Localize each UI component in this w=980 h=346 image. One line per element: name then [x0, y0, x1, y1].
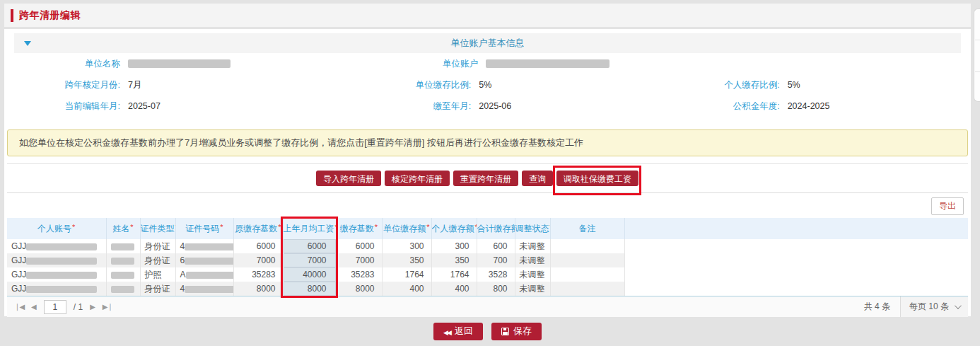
col-original-base: 原缴存基数*: [233, 218, 283, 239]
table-row: GJJ身份证6700070007000350350700未调整: [7, 253, 968, 267]
field-label: 当前编辑年月:: [14, 100, 120, 113]
field-label: 缴至年月:: [329, 100, 471, 113]
field-value: 7月: [128, 79, 141, 91]
field-value: 2024-2025: [788, 101, 830, 111]
save-floppy-icon: [501, 328, 509, 335]
cell-id-number: 6: [175, 253, 233, 267]
main-card: 单位账户基本信息 单位名称 单位账户 跨年核定月份: 7月 单位缴存比例: 5%…: [4, 29, 971, 316]
page-number-input[interactable]: [44, 300, 66, 314]
cell-name: [106, 267, 140, 282]
col-id-type: 证件类型*: [140, 218, 175, 239]
export-button[interactable]: 导出: [931, 197, 964, 215]
cell-original-base: 8000: [233, 282, 283, 296]
field-label: 单位账户: [337, 58, 478, 70]
cell-name: [106, 239, 140, 253]
cell-deposit-base: 6000: [336, 239, 382, 253]
back-button[interactable]: 返回: [433, 323, 483, 340]
last-page-icon[interactable]: [103, 304, 112, 311]
col-id-number: 证件号码*: [175, 218, 233, 239]
right-edge-widget[interactable]: [974, 8, 980, 102]
cell-adjust-status: 未调整: [515, 282, 550, 296]
cell-last-year-avg-wage-input[interactable]: 6000: [283, 239, 336, 253]
cell-total-amount: 3528: [477, 267, 515, 282]
redacted-value: [111, 243, 134, 250]
cell-last-year-avg-wage-input[interactable]: 40000: [283, 267, 336, 282]
cell-unit-amount: 1764: [382, 267, 431, 282]
cell-original-base: 6000: [233, 239, 283, 253]
cell-deposit-base: 8000: [336, 282, 382, 296]
page-title: 跨年清册编辑: [19, 9, 81, 22]
cell-personal-account: GJJ: [7, 267, 106, 282]
field-unit-account: 单位账户: [337, 58, 659, 70]
col-last-year-avg-wage: 上年月均工资*: [283, 218, 336, 239]
roster-table: 个人账号* 姓名* 证件类型* 证件号码* 原缴存基数* 上年月均工资* 缴存基…: [7, 218, 968, 296]
field-label: 个人缴存比例:: [646, 79, 780, 91]
cell-personal-amount: 300: [431, 239, 477, 253]
field-value: 5%: [788, 80, 800, 90]
redacted-value: [128, 59, 231, 68]
required-asterisk: *: [278, 223, 281, 231]
cell-id-type: 护照: [140, 267, 175, 282]
field-row: 当前编辑年月: 2025-07 缴至年月: 2025-06 公积金年度: 202…: [14, 96, 961, 117]
title-accent-bar: [11, 9, 13, 22]
cell-unit-amount: 400: [382, 282, 431, 296]
cell-adjust-status: 未调整: [515, 253, 550, 267]
page-count-label: / 1: [74, 302, 83, 312]
redacted-value: [111, 272, 134, 279]
required-asterisk: *: [72, 223, 75, 231]
warning-banner: 如您单位在核定公积金缴存基数前办理了7月增减员业务或调整了缴存比例，请您点击[重…: [7, 129, 968, 156]
back-button-label: 返回: [455, 325, 473, 338]
query-button[interactable]: 查询: [522, 171, 553, 186]
field-paid-to-month: 缴至年月: 2025-06: [329, 100, 645, 113]
verify-cross-year-list-button[interactable]: 核定跨年清册: [385, 171, 450, 186]
redacted-value: [185, 286, 233, 293]
field-value: 2025-07: [128, 101, 161, 111]
redacted-value: [486, 59, 609, 68]
save-button[interactable]: 保存: [491, 323, 542, 340]
cell-last-year-avg-wage-input[interactable]: 8000: [283, 282, 336, 296]
field-value: 2025-06: [479, 101, 511, 111]
field-label: 跨年核定月份:: [14, 79, 120, 91]
page-size-select[interactable]: 每页 10 条: [900, 296, 968, 317]
table-section: 导入跨年清册 核定跨年清册 重置跨年清册 查询 调取社保缴费工资 导出: [7, 163, 968, 317]
field-personal-ratio: 个人缴存比例: 5%: [646, 79, 961, 91]
cell-personal-amount: 400: [431, 282, 477, 296]
table-row: GJJ护照A352834000035283176417643528未调整: [7, 267, 968, 282]
cell-remark: [550, 282, 624, 296]
redacted-value: [26, 272, 97, 279]
account-panel-title: 单位账户基本信息: [14, 37, 961, 50]
roster-table-wrap: 个人账号* 姓名* 证件类型* 证件号码* 原缴存基数* 上年月均工资* 缴存基…: [7, 218, 968, 296]
cell-personal-account: GJJ: [7, 282, 106, 296]
cell-filler: [624, 253, 968, 267]
account-panel-header: 单位账户基本信息: [14, 33, 961, 53]
export-row: 导出: [7, 193, 968, 218]
previous-page-icon[interactable]: [31, 304, 37, 311]
cell-adjust-status: 未调整: [515, 239, 550, 253]
reset-cross-year-list-button[interactable]: 重置跨年清册: [453, 171, 518, 186]
field-fund-year: 公积金年度: 2024-2025: [646, 100, 961, 113]
cell-last-year-avg-wage-input[interactable]: 7000: [283, 253, 336, 267]
cell-name: [106, 253, 140, 267]
pagination-bar: / 1 共 4 条 每页 10 条: [7, 296, 968, 317]
col-personal-amount: 个人缴存额*: [431, 218, 477, 239]
col-filler: [624, 218, 968, 239]
cell-personal-amount: 350: [431, 253, 477, 267]
cell-remark: [550, 239, 624, 253]
col-deposit-base: 缴存基数*: [336, 218, 382, 239]
field-unit-ratio: 单位缴存比例: 5%: [329, 79, 645, 91]
fetch-social-security-wage-button[interactable]: 调取社保缴费工资: [556, 171, 638, 186]
first-page-icon[interactable]: [14, 304, 24, 311]
cell-personal-amount: 1764: [431, 267, 477, 282]
redacted-value: [26, 258, 97, 265]
redacted-value: [185, 258, 233, 265]
field-label: 单位名称: [14, 58, 120, 70]
import-cross-year-list-button[interactable]: 导入跨年清册: [316, 171, 381, 186]
warning-text: 如您单位在核定公积金缴存基数前办理了7月增减员业务或调整了缴存比例，请您点击[重…: [19, 137, 583, 149]
redacted-value: [26, 286, 97, 293]
back-arrows-icon: [443, 326, 450, 337]
chevron-down-icon: [955, 302, 962, 309]
next-page-icon[interactable]: [90, 304, 95, 311]
table-bottom-border: [7, 296, 968, 296]
redacted-value: [26, 243, 97, 250]
toolbar: 导入跨年清册 核定跨年清册 重置跨年清册 查询 调取社保缴费工资: [7, 164, 968, 192]
